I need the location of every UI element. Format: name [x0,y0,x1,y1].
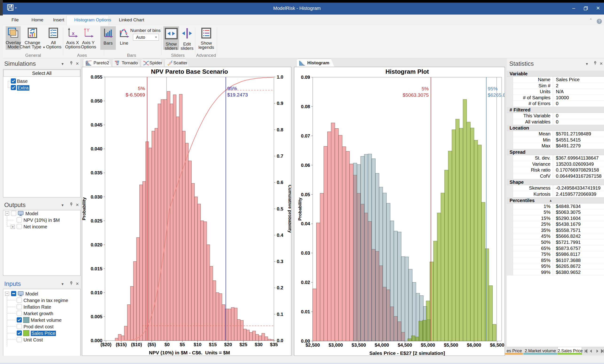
svg-text:0.05: 0.05 [301,192,310,197]
svg-text:$4,500: $4,500 [398,342,412,348]
svg-text:$6265.86: $6265.86 [488,92,505,98]
svg-text:$20: $20 [224,342,232,347]
svg-text:0.050: 0.050 [91,98,102,104]
svg-text:$5063.3075: $5063.3075 [403,92,429,98]
svg-text:$3,000: $3,000 [329,342,343,348]
svg-text:95%: 95% [227,86,237,91]
svg-text:$5,500: $5,500 [444,342,458,348]
svg-text:Probability: Probability [82,197,87,220]
svg-text:Cumulative probability: Cumulative probability [288,185,291,233]
svg-text:($15): ($15) [116,342,127,347]
svg-text:0.03: 0.03 [301,250,310,255]
svg-text:0.015: 0.015 [91,266,102,271]
svg-text:0.04: 0.04 [301,221,310,226]
svg-text:0.3: 0.3 [277,259,283,264]
svg-text:$19.2473: $19.2473 [227,92,248,97]
svg-text:95%: 95% [488,86,498,91]
svg-text:$10: $10 [194,342,201,347]
svg-text:NPV Pareto Base Scenario: NPV Pareto Base Scenario [151,68,228,75]
svg-text:$30: $30 [255,342,263,347]
svg-text:$-6.5069: $-6.5069 [126,92,145,97]
svg-text:5%: 5% [422,86,429,91]
svg-text:x: x [72,31,75,36]
svg-text:$0: $0 [164,342,170,347]
svg-text:0.8: 0.8 [277,127,283,132]
svg-text:$15: $15 [209,342,217,347]
svg-text:0.02: 0.02 [301,280,310,285]
svg-text:($20): ($20) [101,342,112,347]
svg-text:$5: $5 [180,342,185,347]
svg-text:NPV (10%) in $M - C$6. Units: NPV (10%) in $M - C$6. Units = $M [149,350,230,355]
svg-text:0.09: 0.09 [301,75,310,80]
svg-text:0.045: 0.045 [91,122,102,127]
svg-text:$3,500: $3,500 [352,342,366,348]
svg-text:0.6: 0.6 [277,180,283,185]
svg-text:Y: Y [87,28,90,33]
svg-text:$2,500: $2,500 [305,342,320,348]
svg-text:0.9: 0.9 [277,101,283,106]
svg-text:0.08: 0.08 [301,104,310,109]
svg-text:$6,000: $6,000 [467,342,481,348]
svg-text:0.01: 0.01 [301,309,310,314]
svg-text:$5,000: $5,000 [421,342,435,348]
svg-text:0.07: 0.07 [301,133,310,138]
svg-text:0.030: 0.030 [91,194,102,199]
svg-text:0.055: 0.055 [91,74,102,80]
svg-text:Sales Price - E$27 [2 simulati: Sales Price - E$27 [2 simulation] [369,350,445,356]
svg-text:0.040: 0.040 [91,146,102,151]
svg-text:Probability: Probability [297,197,302,221]
svg-text:($5): ($5) [148,342,156,347]
svg-text:0.010: 0.010 [91,290,102,295]
svg-text:0.1: 0.1 [277,312,283,317]
svg-text:0.035: 0.035 [91,170,102,175]
svg-text:0.005: 0.005 [91,314,102,319]
svg-text:5%: 5% [138,86,145,91]
svg-text:0.025: 0.025 [91,218,102,223]
svg-text:0.2: 0.2 [277,285,283,290]
svg-text:$35: $35 [270,342,278,347]
svg-text:($10): ($10) [131,342,142,347]
svg-text:0.020: 0.020 [91,242,102,247]
svg-text:$25: $25 [239,342,247,347]
svg-text:0.7: 0.7 [277,154,283,159]
svg-text:0.4: 0.4 [277,232,284,238]
svg-text:$4,000: $4,000 [375,342,389,348]
svg-text:$6,500: $6,500 [490,342,504,348]
svg-text:0.06: 0.06 [301,163,310,168]
svg-text:Histogram Plot: Histogram Plot [386,68,429,75]
svg-text:1.0: 1.0 [277,74,283,80]
svg-text:0.5: 0.5 [277,206,283,211]
